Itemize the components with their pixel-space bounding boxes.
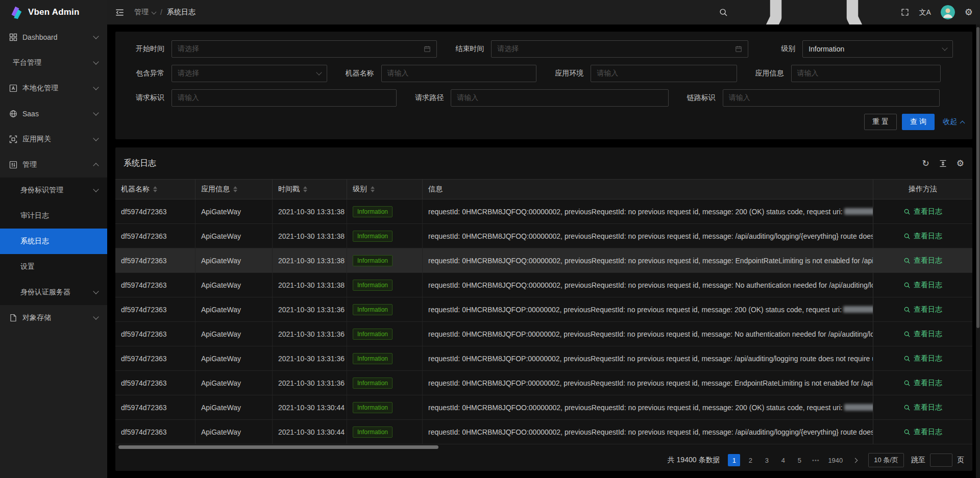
view-log-link[interactable]: 查看日志	[903, 354, 942, 363]
collapse-filter-link[interactable]: 收起	[943, 117, 964, 127]
field-machine-name: 机器名称请输入	[333, 65, 537, 82]
settings-gear-icon[interactable]: ⚙	[965, 8, 973, 17]
magnifier-icon	[903, 404, 911, 411]
app-info-input[interactable]: 请输入	[791, 65, 941, 82]
page-vertical-scrollbar[interactable]	[976, 24, 980, 478]
has-exception-select[interactable]: 请选择	[172, 65, 327, 82]
trace-id-input[interactable]: 请输入	[723, 89, 940, 107]
reset-button[interactable]: 重 置	[864, 114, 897, 130]
timestamp-cell: 2021-10-30 13:31:36	[273, 322, 347, 346]
view-log-link[interactable]: 查看日志	[903, 403, 942, 412]
sort-icon[interactable]	[153, 186, 157, 192]
page-size-select[interactable]: 10 条/页	[868, 453, 904, 467]
sidebar-item-platform-management[interactable]: 平台管理	[0, 50, 107, 76]
timestamp-cell: 2021-10-30 13:31:38	[273, 199, 347, 223]
app-info-cell: ApiGateWay	[195, 322, 273, 346]
column-header-4[interactable]: 级别	[347, 180, 423, 199]
app-environment-input[interactable]: 请输入	[591, 65, 737, 82]
view-log-link[interactable]: 查看日志	[903, 330, 942, 339]
page-button-1940[interactable]: 1940	[826, 454, 845, 466]
sidebar-item-dashboard[interactable]: Dashboard	[0, 24, 107, 50]
column-header-1[interactable]: 机器名称	[115, 180, 195, 199]
sidebar-item-label: Dashboard	[22, 33, 94, 41]
timestamp-cell: 2021-10-30 13:30:44	[273, 420, 347, 444]
column-label: 信息	[428, 185, 443, 194]
sidebar-item-system-logs[interactable]: 系统日志	[0, 229, 107, 254]
sidebar-item-identity-management[interactable]: 身份标识管理	[0, 178, 107, 203]
field-app-info: 应用信息请输入	[743, 65, 941, 82]
page-button-4[interactable]: 4	[777, 454, 789, 466]
table-row: df5974d72363ApiGateWay2021-10-30 13:31:3…	[115, 371, 972, 395]
refresh-icon[interactable]: ↻	[922, 159, 929, 168]
topbar: 管理 / 系统日志 文A	[107, 0, 980, 24]
column-settings-icon[interactable]: ⚙	[957, 159, 964, 168]
field-end-time: 结束时间请选择	[443, 40, 748, 58]
sidebar-item-management[interactable]: 管理	[0, 152, 107, 178]
chevron-down-icon	[942, 45, 947, 51]
next-page-button[interactable]	[849, 454, 861, 466]
app-title: Vben Admin	[28, 7, 80, 17]
app-info-cell: ApiGateWay	[195, 273, 273, 297]
avatar[interactable]	[941, 5, 955, 19]
search-icon[interactable]	[719, 8, 728, 17]
page-scrollbar-thumb[interactable]	[976, 27, 979, 328]
level-cell: Information	[347, 297, 423, 321]
fullscreen-icon[interactable]	[900, 8, 910, 17]
request-id-input[interactable]: 请输入	[172, 89, 397, 107]
pagination-ellipsis[interactable]: •••	[810, 454, 822, 466]
view-log-link[interactable]: 查看日志	[903, 232, 942, 241]
message-text: requestId: 0HMCRBM8JQFOP:00000002, previ…	[428, 306, 842, 314]
start-time-date[interactable]: 请选择	[172, 40, 437, 58]
magnifier-icon	[903, 331, 911, 338]
view-log-link[interactable]: 查看日志	[903, 427, 942, 437]
placeholder-text: 请输入	[597, 69, 618, 78]
end-time-date[interactable]: 请选择	[491, 40, 748, 58]
message-text: requestId: 0HMCRBM8JQFOO:00000002, previ…	[428, 428, 873, 436]
query-button[interactable]: 查 询	[902, 114, 935, 130]
sidebar-fold-icon[interactable]	[115, 8, 125, 17]
sidebar-item-auth-server[interactable]: 身份认证服务器	[0, 280, 107, 305]
level-select[interactable]: Information	[802, 40, 953, 58]
field-label: 链路标识	[675, 93, 716, 103]
view-log-link[interactable]: 查看日志	[903, 379, 942, 388]
table-toolbar: ↻ ⚙	[922, 159, 965, 168]
page-button-5[interactable]: 5	[793, 454, 805, 466]
sidebar-item-app-gateway[interactable]: 应用网关	[0, 127, 107, 152]
level-badge: Information	[353, 378, 393, 389]
sidebar-item-audit-logs[interactable]: 审计日志	[0, 203, 107, 229]
vben-logo-icon	[8, 5, 23, 20]
app-info-cell: ApiGateWay	[195, 346, 273, 370]
breadcrumb-parent[interactable]: 管理	[134, 8, 156, 17]
view-log-link[interactable]: 查看日志	[903, 256, 942, 265]
sidebar-item-localization-management[interactable]: 本地化管理	[0, 76, 107, 101]
breadcrumb-parent-label: 管理	[134, 8, 149, 17]
page-button-1[interactable]: 1	[728, 454, 740, 466]
translate-icon[interactable]: 文A	[919, 8, 931, 17]
app-logo[interactable]: Vben Admin	[0, 0, 107, 24]
view-log-link[interactable]: 查看日志	[903, 207, 942, 216]
column-header-2[interactable]: 应用信息	[195, 180, 273, 199]
sidebar-item-settings[interactable]: 设置	[0, 254, 107, 280]
view-log-link[interactable]: 查看日志	[903, 305, 942, 314]
page-button-2[interactable]: 2	[744, 454, 756, 466]
sidebar-item-object-storage[interactable]: 对象存储	[0, 305, 107, 331]
scrollbar-thumb[interactable]	[118, 445, 438, 449]
sort-icon[interactable]	[233, 186, 237, 192]
sidebar-item-saas[interactable]: Saas	[0, 101, 107, 127]
jump-page-input[interactable]	[930, 454, 952, 467]
collapse-label: 收起	[943, 117, 957, 127]
page-button-3[interactable]: 3	[761, 454, 773, 466]
row-height-icon[interactable]	[939, 159, 947, 168]
machine-name-input[interactable]: 请输入	[381, 65, 537, 82]
view-log-link[interactable]: 查看日志	[903, 281, 942, 290]
message-cell: requestId: 0HMCRBM8JQFOP:00000002, previ…	[423, 346, 873, 370]
table-horizontal-scrollbar[interactable]	[115, 444, 972, 449]
request-path-input[interactable]: 请输入	[451, 89, 668, 107]
sidebar-item-label: 本地化管理	[22, 84, 94, 93]
column-header-3[interactable]: 时间戳	[273, 180, 347, 199]
sort-icon[interactable]	[371, 186, 375, 192]
sort-icon[interactable]	[303, 186, 307, 192]
page-jump: 跳至页	[911, 454, 964, 467]
redacted-blur	[844, 208, 873, 215]
breadcrumb-separator: /	[160, 8, 162, 16]
